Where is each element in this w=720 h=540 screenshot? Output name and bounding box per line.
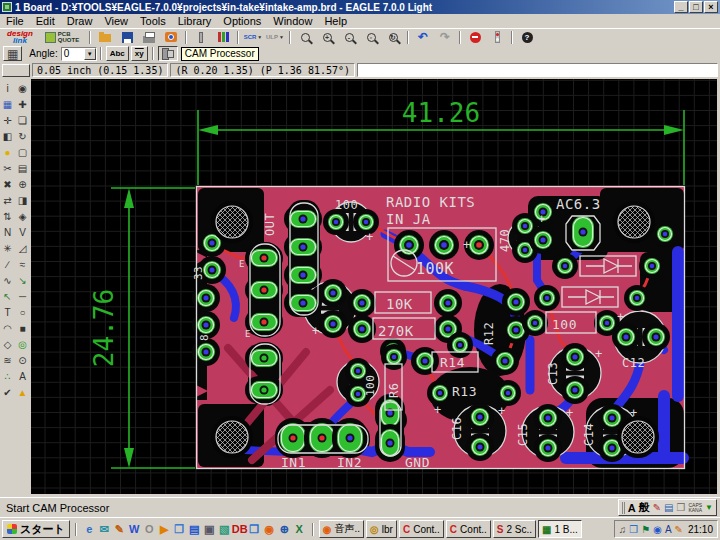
zoom-fit-button[interactable] <box>295 30 315 45</box>
pcb-canvas[interactable]: RADIO KITSIN JA100K100OUT470AC6.310K270K… <box>31 79 717 494</box>
desktop-icon[interactable]: ❒ <box>172 523 187 536</box>
change-tool[interactable]: ● <box>0 144 15 160</box>
move-tool[interactable]: ✛ <box>0 112 15 128</box>
script-button[interactable]: SCR▼ <box>243 30 263 45</box>
ie-icon[interactable]: e <box>82 523 97 535</box>
firefox-icon[interactable]: ◉ <box>262 523 277 536</box>
restore-button[interactable]: □ <box>689 1 703 13</box>
zoom-in-button[interactable]: + <box>317 30 337 45</box>
office-icon[interactable]: O <box>142 523 157 535</box>
start-button[interactable]: スタート <box>2 520 70 538</box>
address-book-icon[interactable]: ▤ <box>187 523 202 536</box>
ratsnest-tool[interactable]: ∴ <box>0 368 15 384</box>
taskbar-window-3[interactable]: CCont.. <box>446 520 491 538</box>
polygon-tool[interactable]: ◇ <box>0 336 15 352</box>
grid-button[interactable]: ▦ <box>3 46 22 61</box>
layers-button[interactable] <box>213 30 233 45</box>
zoom-select-button[interactable]: ▫ <box>361 30 381 45</box>
menu-options[interactable]: Options <box>217 15 267 27</box>
gateswap-tool[interactable]: ⇅ <box>0 208 15 224</box>
ime-status-icon[interactable]: A <box>665 524 672 535</box>
auto-tool[interactable]: A <box>15 368 30 384</box>
run-ulp-button[interactable]: ULP▼ <box>265 30 285 45</box>
undo-button[interactable]: ↶ <box>413 30 433 45</box>
paint-icon[interactable]: ✎ <box>112 523 127 536</box>
ime-pad-icon[interactable]: ✎ <box>653 502 661 513</box>
pcb-quote-button[interactable]: PCBQUOTE <box>39 30 85 45</box>
antivirus-icon[interactable]: ⚑ <box>641 524 650 535</box>
media-player-icon[interactable]: ▶ <box>157 523 172 536</box>
menu-edit[interactable]: Edit <box>30 15 61 27</box>
my-computer-icon[interactable]: ▣ <box>202 523 217 536</box>
taskbar-window-5[interactable]: ▦1 B... <box>538 520 582 538</box>
hole-tool[interactable]: ⊙ <box>15 352 30 368</box>
paste-tool[interactable]: ▤ <box>15 160 30 176</box>
close-button[interactable]: × <box>704 1 718 13</box>
meander-tool[interactable]: ∿ <box>0 272 15 288</box>
open-button[interactable] <box>95 30 115 45</box>
ime-handle[interactable] <box>622 502 625 514</box>
signal-tool[interactable]: ≋ <box>0 352 15 368</box>
excel-icon[interactable]: X <box>292 523 307 535</box>
circle-tool[interactable]: ○ <box>15 304 30 320</box>
show-tool[interactable]: ◉ <box>15 80 30 96</box>
ime-toolbar[interactable]: A 般 ✎ ▤ ❒ CAPSKANA ▼ <box>618 499 717 516</box>
go-button[interactable] <box>487 30 507 45</box>
drc-tool[interactable]: ✔ <box>0 384 15 400</box>
stop-button[interactable] <box>465 30 485 45</box>
replace-tool[interactable]: ◨ <box>15 192 30 208</box>
redo-button[interactable]: ↷ <box>435 30 455 45</box>
menu-tools[interactable]: Tools <box>134 15 172 27</box>
rotate-tool[interactable]: ↻ <box>15 128 30 144</box>
ime-minimize-icon[interactable]: ▼ <box>705 503 713 512</box>
add-tool[interactable]: ⊕ <box>15 176 30 192</box>
minimize-button[interactable]: _ <box>674 1 688 13</box>
pinswap-tool[interactable]: ⇄ <box>0 192 15 208</box>
angle-select[interactable]: 0 ▼ <box>61 47 97 61</box>
text-abc-button[interactable]: Abc <box>106 46 129 61</box>
title-bar[interactable]: 1 Board - D:¥TOOLS¥EAGLE-7.0.0¥projects¥… <box>0 0 720 14</box>
design-rules-button[interactable] <box>191 30 211 45</box>
menu-help[interactable]: Help <box>318 15 353 27</box>
network-icon[interactable]: ⊕ <box>277 523 292 536</box>
menu-window[interactable]: Window <box>267 15 318 27</box>
via-tool[interactable]: ◎ <box>15 336 30 352</box>
image-viewer-icon[interactable]: ▧ <box>217 523 232 536</box>
display-settings-icon[interactable]: ❒ <box>629 524 638 535</box>
zoom-out-button[interactable]: - <box>339 30 359 45</box>
info-tool[interactable]: i <box>0 80 15 96</box>
taskbar-window-0[interactable]: ◉音声.. <box>319 520 364 538</box>
taskbar-window-1[interactable]: ◎lbr <box>366 520 397 538</box>
volume-icon[interactable]: ♫ <box>619 524 627 535</box>
copy-tool[interactable]: ❏ <box>15 112 30 128</box>
menu-draw[interactable]: Draw <box>61 15 99 27</box>
menu-library[interactable]: Library <box>172 15 218 27</box>
mirror-tool[interactable]: ◧ <box>0 128 15 144</box>
ime-conversion-mode[interactable]: 般 <box>639 500 650 515</box>
smash-tool[interactable]: ✳ <box>0 240 15 256</box>
ime-input-mode[interactable]: A <box>628 502 636 514</box>
dropdown-arrow-icon[interactable]: ▼ <box>84 48 96 60</box>
print-button[interactable] <box>139 30 159 45</box>
route-tool[interactable]: ↘ <box>15 272 30 288</box>
miter-tool[interactable]: ◿ <box>15 240 30 256</box>
text-xy-button[interactable]: xy <box>131 46 148 61</box>
errors-tool[interactable]: ▲ <box>15 384 30 400</box>
zoom-redraw-button[interactable]: ↻ <box>383 30 403 45</box>
split-tool[interactable]: ∕ <box>0 256 15 272</box>
word-icon[interactable]: W <box>127 523 142 535</box>
cam-export-button[interactable] <box>161 30 181 45</box>
arc-tool[interactable]: ◠ <box>0 320 15 336</box>
help-button[interactable]: ? <box>517 30 537 45</box>
mark-tool[interactable]: ✚ <box>15 96 30 112</box>
command-input[interactable] <box>357 63 718 77</box>
display-tool[interactable]: ▦ <box>0 96 15 112</box>
ime-tools-icon[interactable]: ❒ <box>676 502 685 513</box>
cut-tool[interactable]: ✂ <box>0 160 15 176</box>
wire-tool[interactable]: ─ <box>15 288 30 304</box>
optimize-tool[interactable]: ≈ <box>15 256 30 272</box>
db-icon[interactable]: DB <box>232 523 247 535</box>
cam-processor-button[interactable] <box>158 46 178 61</box>
lock-tool[interactable]: ◈ <box>15 208 30 224</box>
text-tool[interactable]: T <box>0 304 15 320</box>
